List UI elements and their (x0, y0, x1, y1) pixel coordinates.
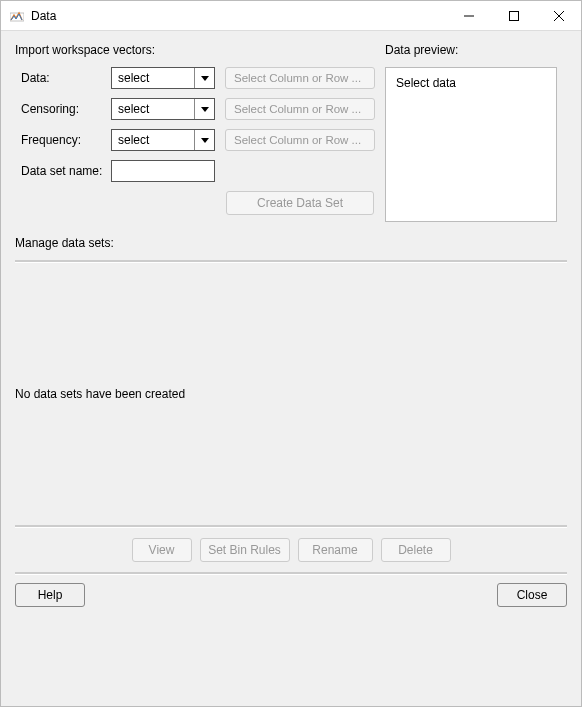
data-row: Data: select Select Column or Row ... (15, 67, 375, 89)
set-bin-rules-button: Set Bin Rules (200, 538, 290, 562)
preview-heading: Data preview: (385, 43, 567, 57)
frequency-select-value: select (112, 133, 194, 147)
rename-button: Rename (298, 538, 373, 562)
window-controls (446, 1, 581, 30)
chevron-down-icon (194, 99, 214, 119)
divider (15, 260, 567, 263)
window-title: Data (31, 9, 446, 23)
maximize-button[interactable] (491, 1, 536, 30)
data-select[interactable]: select (111, 67, 215, 89)
close-icon (554, 11, 564, 21)
svg-marker-5 (201, 76, 209, 81)
manage-empty-text: No data sets have been created (15, 387, 185, 401)
dataset-name-input[interactable] (111, 160, 215, 182)
content-area: Import workspace vectors: Data: select S… (1, 31, 581, 706)
minimize-icon (464, 11, 474, 21)
close-window-button[interactable] (536, 1, 581, 30)
data-label: Data: (15, 71, 111, 85)
create-data-set-button: Create Data Set (226, 191, 374, 215)
help-button[interactable]: Help (15, 583, 85, 607)
create-row: Create Data Set (15, 191, 375, 215)
svg-marker-7 (201, 138, 209, 143)
name-label: Data set name: (15, 164, 111, 178)
titlebar: Data (1, 1, 581, 31)
app-icon (9, 8, 25, 24)
preview-panel: Data preview: Select data (385, 43, 567, 222)
frequency-row: Frequency: select Select Column or Row .… (15, 129, 375, 151)
data-column-button: Select Column or Row ... (225, 67, 375, 89)
import-panel: Import workspace vectors: Data: select S… (15, 43, 375, 222)
svg-rect-2 (509, 11, 518, 20)
divider (15, 572, 567, 575)
name-row: Data set name: (15, 160, 375, 182)
data-dialog-window: Data Import workspace vectors: Data: sel… (0, 0, 582, 707)
data-select-value: select (112, 71, 194, 85)
manage-heading: Manage data sets: (15, 236, 567, 250)
chevron-down-icon (194, 68, 214, 88)
preview-box: Select data (385, 67, 557, 222)
manage-section: Manage data sets: No data sets have been… (15, 236, 567, 581)
frequency-column-button: Select Column or Row ... (225, 129, 375, 151)
footer: Help Close (15, 583, 567, 607)
divider (15, 525, 567, 528)
censoring-label: Censoring: (15, 102, 111, 116)
svg-marker-6 (201, 107, 209, 112)
censoring-select-value: select (112, 102, 194, 116)
close-button[interactable]: Close (497, 583, 567, 607)
import-heading: Import workspace vectors: (15, 43, 375, 57)
censoring-select[interactable]: select (111, 98, 215, 120)
action-row: View Set Bin Rules Rename Delete (15, 538, 567, 562)
preview-content: Select data (396, 76, 456, 90)
censoring-row: Censoring: select Select Column or Row .… (15, 98, 375, 120)
delete-button: Delete (381, 538, 451, 562)
frequency-select[interactable]: select (111, 129, 215, 151)
chevron-down-icon (194, 130, 214, 150)
manage-body: No data sets have been created (15, 269, 567, 519)
minimize-button[interactable] (446, 1, 491, 30)
frequency-label: Frequency: (15, 133, 111, 147)
top-row: Import workspace vectors: Data: select S… (15, 43, 567, 222)
view-button: View (132, 538, 192, 562)
censoring-column-button: Select Column or Row ... (225, 98, 375, 120)
maximize-icon (509, 11, 519, 21)
